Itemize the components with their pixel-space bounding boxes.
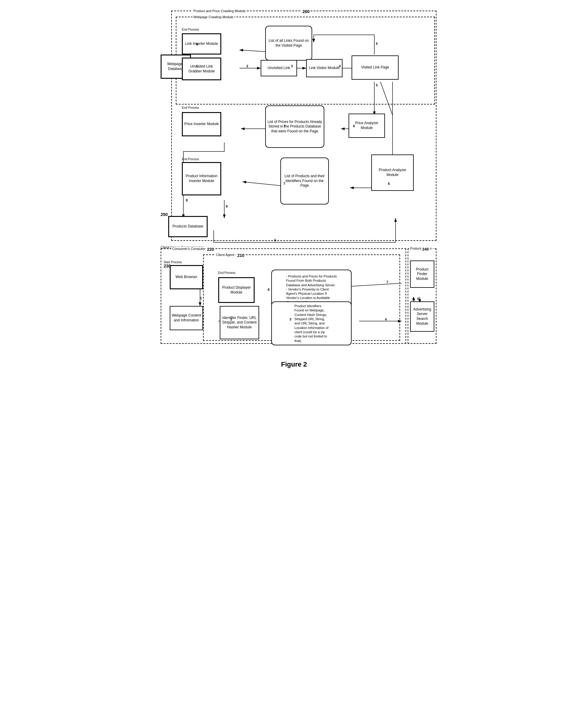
list-all-links-box: List of all Links Found on the Visited P… (265, 26, 312, 61)
arrow-label-6d: 6 (413, 297, 414, 300)
product-finder-box: Product Finder Module (410, 260, 434, 288)
arrow-label-4b: 4 (385, 317, 387, 321)
product-info-inserter-box: Product Information Inserter Module (182, 162, 221, 195)
arrow-label-5c: 5 (274, 238, 276, 242)
arrow-label-5b: 5 (376, 83, 378, 87)
products-server-number: 240 (421, 247, 430, 251)
arrow-label-7b: 7 (283, 182, 285, 185)
arrow-label-6c: 6 (388, 182, 390, 185)
client-agent-label: Client Agent (215, 253, 235, 256)
arrow-label-7a: 7 (283, 124, 285, 128)
webpage-crawling-label: Webpage Crawling Module (193, 15, 234, 19)
price-inserter-box: Price Inserter Module (182, 112, 221, 136)
product-displayer-box: Product Displayer Module (218, 277, 255, 303)
identifier-finder-box: Identifier Finder, URL Stripper, and Con… (220, 306, 259, 339)
arrow-label-5a: 5 (376, 42, 378, 46)
web-browser-box: Web Browser (170, 265, 203, 289)
link-inserter-box: Link Inserter Module (182, 33, 221, 55)
arrow-label-7c: 7 (386, 280, 388, 284)
end-process-label-3: End Process (182, 158, 199, 161)
arrow-label-8a: 8 (226, 204, 228, 208)
unvisited-link-grabber-box: Unvisited Link Grabber Module (182, 58, 221, 80)
client-agent-number: 210 (236, 253, 245, 258)
arrow-label-8c: 8 (268, 288, 269, 291)
arrow-label-3b: 3 (289, 317, 291, 321)
arrow-label-1a: 1 (196, 64, 198, 68)
consumers-computer-label: Consumer's Computer (171, 247, 206, 250)
arrow-label-4: 4 (339, 64, 341, 68)
arrow-label-6a: 6 (196, 43, 198, 46)
arrow-label-2: 2 (247, 64, 248, 68)
end-process-label-1: End Process (182, 28, 199, 31)
product-identifiers-info-box: Product Identifiers Found on Webpage, Co… (271, 301, 352, 345)
unvisited-link-box: Unvisited Link (261, 60, 297, 76)
list-products-box: List of Products and their Identifiers F… (280, 158, 329, 204)
arrow-label-8b: 8 (186, 198, 188, 202)
products-db-number: 250 (161, 212, 168, 217)
link-visitor-box: Link Visitor Module (306, 59, 342, 77)
diagram: Product and Price Crawling Module 260 We… (153, 6, 438, 354)
arrow-label-3: 3 (291, 64, 293, 68)
arrow-label-6b: 6 (353, 124, 355, 128)
arrow-label-6e: 6 (417, 297, 419, 300)
advertising-server-box: Advertising Server Search Module (410, 301, 434, 332)
visited-link-page-box: Visited Link Page (352, 55, 398, 80)
list-prices-box: List of Prices for Products Already Stor… (265, 105, 324, 148)
figure-caption: Figure 2 (153, 360, 435, 368)
arrow-label-2b: 2 (230, 317, 232, 321)
product-price-crawling-number: 260 (302, 9, 310, 14)
products-db-box: Products Database (168, 216, 208, 237)
product-price-crawling-label: Product and Price Crawling Module (193, 9, 247, 13)
end-process-label-2: End Process (182, 106, 199, 109)
consumers-computer-number: 220 (206, 247, 215, 252)
webpage-content-box: Webpage Content and Infromation (170, 306, 203, 330)
end-process-prod-label: End Process (218, 271, 235, 275)
arrow-label-1b: 1 (200, 296, 202, 300)
product-analyzer-box: Product Analyzer Module (371, 155, 414, 191)
